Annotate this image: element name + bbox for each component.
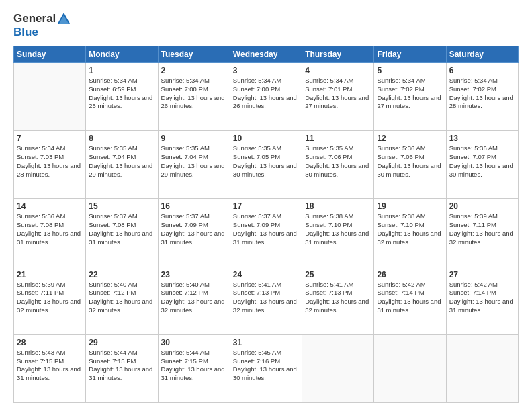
calendar-table: SundayMondayTuesdayWednesdayThursdayFrid… bbox=[13, 46, 519, 403]
day-cell: 15 Sunrise: 5:37 AMSunset: 7:08 PMDaylig… bbox=[86, 199, 158, 267]
day-number: 24 bbox=[233, 270, 299, 279]
day-number: 26 bbox=[377, 270, 443, 279]
day-detail: Sunrise: 5:35 AMSunset: 7:05 PMDaylight:… bbox=[233, 144, 297, 177]
day-cell: 21 Sunrise: 5:39 AMSunset: 7:11 PMDaylig… bbox=[14, 267, 86, 334]
day-number: 1 bbox=[89, 66, 154, 75]
day-cell: 25 Sunrise: 5:41 AMSunset: 7:13 PMDaylig… bbox=[302, 267, 374, 334]
col-header-friday: Friday bbox=[374, 46, 446, 63]
day-number: 6 bbox=[449, 66, 515, 75]
day-cell: 18 Sunrise: 5:38 AMSunset: 7:10 PMDaylig… bbox=[302, 199, 374, 267]
day-number: 16 bbox=[161, 201, 227, 211]
day-cell: 11 Sunrise: 5:35 AMSunset: 7:06 PMDaylig… bbox=[302, 131, 374, 199]
day-cell bbox=[446, 334, 518, 402]
week-row-3: 21 Sunrise: 5:39 AMSunset: 7:11 PMDaylig… bbox=[14, 267, 519, 334]
day-detail: Sunrise: 5:41 AMSunset: 7:13 PMDaylight:… bbox=[305, 281, 369, 314]
day-detail: Sunrise: 5:38 AMSunset: 7:10 PMDaylight:… bbox=[377, 212, 441, 245]
day-cell: 10 Sunrise: 5:35 AMSunset: 7:05 PMDaylig… bbox=[230, 131, 302, 199]
day-cell: 27 Sunrise: 5:42 AMSunset: 7:14 PMDaylig… bbox=[446, 267, 518, 334]
page: General Blue SundayMondayTuesdayWednesda… bbox=[0, 0, 532, 411]
day-cell: 23 Sunrise: 5:40 AMSunset: 7:12 PMDaylig… bbox=[158, 267, 230, 334]
day-detail: Sunrise: 5:34 AMSunset: 7:02 PMDaylight:… bbox=[377, 77, 441, 109]
day-detail: Sunrise: 5:34 AMSunset: 7:00 PMDaylight:… bbox=[233, 77, 297, 109]
day-cell: 9 Sunrise: 5:35 AMSunset: 7:04 PMDayligh… bbox=[158, 131, 230, 199]
col-header-saturday: Saturday bbox=[446, 46, 518, 63]
day-cell: 14 Sunrise: 5:36 AMSunset: 7:08 PMDaylig… bbox=[14, 199, 86, 267]
day-number: 14 bbox=[17, 201, 83, 211]
day-cell: 29 Sunrise: 5:44 AMSunset: 7:15 PMDaylig… bbox=[86, 334, 158, 402]
day-number: 17 bbox=[233, 201, 299, 211]
day-detail: Sunrise: 5:45 AMSunset: 7:16 PMDaylight:… bbox=[233, 349, 297, 381]
day-detail: Sunrise: 5:36 AMSunset: 7:06 PMDaylight:… bbox=[377, 144, 441, 177]
day-cell: 7 Sunrise: 5:34 AMSunset: 7:03 PMDayligh… bbox=[14, 131, 86, 199]
day-detail: Sunrise: 5:36 AMSunset: 7:07 PMDaylight:… bbox=[449, 144, 513, 177]
day-detail: Sunrise: 5:44 AMSunset: 7:15 PMDaylight:… bbox=[89, 349, 152, 381]
day-number: 31 bbox=[233, 338, 299, 347]
day-number: 5 bbox=[377, 66, 443, 75]
day-number: 4 bbox=[305, 66, 371, 75]
day-detail: Sunrise: 5:34 AMSunset: 7:01 PMDaylight:… bbox=[305, 77, 369, 109]
day-detail: Sunrise: 5:34 AMSunset: 7:02 PMDaylight:… bbox=[449, 77, 513, 109]
day-number: 9 bbox=[161, 134, 227, 143]
day-detail: Sunrise: 5:42 AMSunset: 7:14 PMDaylight:… bbox=[449, 281, 513, 314]
day-detail: Sunrise: 5:35 AMSunset: 7:06 PMDaylight:… bbox=[305, 144, 369, 177]
day-cell: 4 Sunrise: 5:34 AMSunset: 7:01 PMDayligh… bbox=[302, 63, 374, 131]
week-row-4: 28 Sunrise: 5:43 AMSunset: 7:15 PMDaylig… bbox=[14, 334, 519, 402]
day-number: 28 bbox=[17, 338, 83, 347]
week-row-0: 1 Sunrise: 5:34 AMSunset: 6:59 PMDayligh… bbox=[14, 63, 519, 131]
day-detail: Sunrise: 5:37 AMSunset: 7:08 PMDaylight:… bbox=[89, 212, 152, 245]
day-detail: Sunrise: 5:42 AMSunset: 7:14 PMDaylight:… bbox=[377, 281, 441, 314]
day-cell: 19 Sunrise: 5:38 AMSunset: 7:10 PMDaylig… bbox=[374, 199, 446, 267]
day-cell: 17 Sunrise: 5:37 AMSunset: 7:09 PMDaylig… bbox=[230, 199, 302, 267]
day-number: 3 bbox=[233, 66, 299, 75]
day-cell: 30 Sunrise: 5:44 AMSunset: 7:15 PMDaylig… bbox=[158, 334, 230, 402]
day-cell: 16 Sunrise: 5:37 AMSunset: 7:09 PMDaylig… bbox=[158, 199, 230, 267]
day-detail: Sunrise: 5:35 AMSunset: 7:04 PMDaylight:… bbox=[161, 144, 225, 177]
day-cell: 2 Sunrise: 5:34 AMSunset: 7:00 PMDayligh… bbox=[158, 63, 230, 131]
day-detail: Sunrise: 5:38 AMSunset: 7:10 PMDaylight:… bbox=[305, 212, 369, 245]
day-number: 13 bbox=[449, 134, 515, 143]
day-cell: 31 Sunrise: 5:45 AMSunset: 7:16 PMDaylig… bbox=[230, 334, 302, 402]
day-detail: Sunrise: 5:37 AMSunset: 7:09 PMDaylight:… bbox=[233, 212, 297, 245]
day-number: 10 bbox=[233, 134, 299, 143]
day-detail: Sunrise: 5:36 AMSunset: 7:08 PMDaylight:… bbox=[17, 212, 81, 245]
day-detail: Sunrise: 5:44 AMSunset: 7:15 PMDaylight:… bbox=[161, 349, 225, 381]
day-cell: 8 Sunrise: 5:35 AMSunset: 7:04 PMDayligh… bbox=[86, 131, 158, 199]
day-detail: Sunrise: 5:34 AMSunset: 7:00 PMDaylight:… bbox=[161, 77, 225, 109]
day-cell: 20 Sunrise: 5:39 AMSunset: 7:11 PMDaylig… bbox=[446, 199, 518, 267]
day-number: 29 bbox=[89, 338, 154, 347]
col-header-wednesday: Wednesday bbox=[230, 46, 302, 63]
col-header-sunday: Sunday bbox=[14, 46, 86, 63]
day-detail: Sunrise: 5:35 AMSunset: 7:04 PMDaylight:… bbox=[89, 144, 152, 177]
day-number: 20 bbox=[449, 201, 515, 211]
day-detail: Sunrise: 5:34 AMSunset: 6:59 PMDaylight:… bbox=[89, 77, 152, 109]
logo-triangle-icon bbox=[57, 12, 71, 26]
day-detail: Sunrise: 5:37 AMSunset: 7:09 PMDaylight:… bbox=[161, 212, 225, 245]
day-number: 8 bbox=[89, 134, 154, 143]
day-detail: Sunrise: 5:39 AMSunset: 7:11 PMDaylight:… bbox=[449, 212, 513, 245]
day-cell: 12 Sunrise: 5:36 AMSunset: 7:06 PMDaylig… bbox=[374, 131, 446, 199]
day-number: 19 bbox=[377, 201, 443, 211]
week-row-1: 7 Sunrise: 5:34 AMSunset: 7:03 PMDayligh… bbox=[14, 131, 519, 199]
logo: General Blue bbox=[13, 12, 71, 39]
day-number: 11 bbox=[305, 134, 371, 143]
day-number: 7 bbox=[17, 134, 83, 143]
col-header-thursday: Thursday bbox=[302, 46, 374, 63]
day-cell bbox=[302, 334, 374, 402]
day-number: 21 bbox=[17, 270, 83, 279]
day-cell: 24 Sunrise: 5:41 AMSunset: 7:13 PMDaylig… bbox=[230, 267, 302, 334]
day-cell: 5 Sunrise: 5:34 AMSunset: 7:02 PMDayligh… bbox=[374, 63, 446, 131]
col-header-tuesday: Tuesday bbox=[158, 46, 230, 63]
logo-general-label: General bbox=[13, 12, 56, 26]
col-header-monday: Monday bbox=[86, 46, 158, 63]
day-detail: Sunrise: 5:40 AMSunset: 7:12 PMDaylight:… bbox=[89, 281, 152, 314]
day-cell: 3 Sunrise: 5:34 AMSunset: 7:00 PMDayligh… bbox=[230, 63, 302, 131]
day-number: 18 bbox=[305, 201, 371, 211]
day-number: 12 bbox=[377, 134, 443, 143]
day-detail: Sunrise: 5:34 AMSunset: 7:03 PMDaylight:… bbox=[17, 144, 81, 177]
day-cell: 22 Sunrise: 5:40 AMSunset: 7:12 PMDaylig… bbox=[86, 267, 158, 334]
day-number: 27 bbox=[449, 270, 515, 279]
day-number: 30 bbox=[161, 338, 227, 347]
day-cell: 1 Sunrise: 5:34 AMSunset: 6:59 PMDayligh… bbox=[86, 63, 158, 131]
day-detail: Sunrise: 5:41 AMSunset: 7:13 PMDaylight:… bbox=[233, 281, 297, 314]
week-row-2: 14 Sunrise: 5:36 AMSunset: 7:08 PMDaylig… bbox=[14, 199, 519, 267]
